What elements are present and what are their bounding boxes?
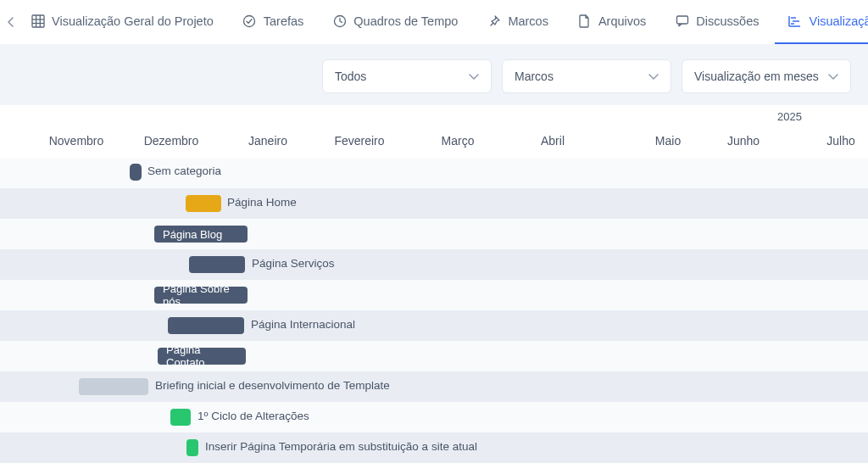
gantt-bar-label: Página Serviços xyxy=(252,257,335,270)
tabs-scroll-left[interactable] xyxy=(7,11,15,33)
chevron-down-icon xyxy=(648,70,659,83)
month-label: Janeiro xyxy=(248,134,287,148)
month-label: Março xyxy=(442,134,475,148)
gantt-row[interactable]: Página Serviços xyxy=(0,249,868,280)
filter-select-milestones[interactable]: Marcos xyxy=(502,59,671,93)
check-circle-icon xyxy=(242,14,257,29)
gantt-bar[interactable] xyxy=(168,317,244,334)
chevron-down-icon xyxy=(469,70,479,83)
tab-label: Tarefas xyxy=(264,14,304,28)
tab-timeframes[interactable]: Quadros de Tempo xyxy=(319,0,471,44)
tab-files[interactable]: Arquivos xyxy=(564,0,659,44)
select-value: Marcos xyxy=(515,70,554,83)
clock-icon xyxy=(332,14,347,29)
month-label: Maio xyxy=(655,134,681,148)
gantt-bar[interactable] xyxy=(186,195,221,212)
chevron-down-icon xyxy=(828,70,838,83)
svg-rect-0 xyxy=(32,15,44,27)
gantt-bar-inner-label: Página Blog xyxy=(163,228,222,241)
year-label: 2025 xyxy=(777,110,802,123)
tab-label: Quadros de Tempo xyxy=(353,14,458,28)
select-value: Visualização em meses xyxy=(694,70,819,83)
gantt-bar-label: Briefing inicial e desenvolvimento de Te… xyxy=(155,379,390,392)
month-label: Julho xyxy=(826,134,854,148)
gantt-timeline-header: 2025 Novembro Dezembro Janeiro Fevereiro… xyxy=(0,105,868,158)
filter-select-all[interactable]: Todos xyxy=(322,59,492,93)
gantt-chart: 2025 Novembro Dezembro Janeiro Fevereiro… xyxy=(0,105,868,463)
gantt-bar-label: Sem categoria xyxy=(147,165,221,177)
select-value: Todos xyxy=(335,70,366,83)
filter-bar: Todos Marcos Visualização em meses xyxy=(0,44,868,93)
gantt-row[interactable]: Sem categoria xyxy=(0,158,868,188)
gantt-bar[interactable] xyxy=(170,409,191,426)
gantt-row[interactable]: Página Blog xyxy=(0,219,868,249)
tab-label: Visualização Gantt xyxy=(810,14,869,28)
gantt-row[interactable]: Inserir Página Temporária em substituiçã… xyxy=(0,432,868,463)
gantt-row[interactable]: 1º Ciclo de Alterações xyxy=(0,402,868,432)
tab-tasks[interactable]: Tarefas xyxy=(229,0,318,44)
tab-gantt[interactable]: Visualização Gantt xyxy=(775,0,869,44)
gantt-row[interactable]: Página Home xyxy=(0,188,868,219)
gantt-bar[interactable] xyxy=(130,164,142,181)
tab-label: Visualização Geral do Projeto xyxy=(52,14,214,28)
month-label: Novembro xyxy=(49,134,104,148)
gantt-bar[interactable] xyxy=(79,378,148,395)
month-label: Abril xyxy=(541,134,565,148)
month-label: Junho xyxy=(727,134,760,148)
file-icon xyxy=(577,14,592,29)
chat-icon xyxy=(675,14,689,29)
gantt-row[interactable]: Página Internacional xyxy=(0,310,868,341)
tab-milestones[interactable]: Marcos xyxy=(473,0,562,44)
gantt-row[interactable]: Página Contato xyxy=(0,341,868,371)
svg-point-5 xyxy=(244,16,255,27)
month-label: Fevereiro xyxy=(334,134,384,148)
gantt-icon xyxy=(788,14,803,29)
gantt-bar-inner-label: Página Contato xyxy=(166,343,237,369)
gantt-rows: Sem categoria Página Home Página Blog Pá… xyxy=(0,158,868,463)
gantt-bar-label: Página Internacional xyxy=(251,318,355,331)
gantt-bar-label: 1º Ciclo de Alterações xyxy=(198,410,309,422)
gantt-row[interactable]: Página Sobre nós xyxy=(0,280,868,310)
gantt-bar-label: Inserir Página Temporária em substituiçã… xyxy=(205,440,477,453)
gantt-bar[interactable] xyxy=(189,256,245,273)
gantt-bar-label: Página Home xyxy=(227,196,297,209)
gantt-bar[interactable] xyxy=(186,439,198,456)
tab-overview[interactable]: Visualização Geral do Projeto xyxy=(17,0,227,44)
svg-rect-7 xyxy=(676,16,687,24)
tab-label: Discussões xyxy=(696,14,759,28)
tab-label: Arquivos xyxy=(598,14,646,28)
gantt-bar[interactable]: Página Blog xyxy=(154,226,248,243)
pin-icon xyxy=(487,14,501,29)
gantt-bar[interactable]: Página Sobre nós xyxy=(154,287,248,304)
month-label: Dezembro xyxy=(144,134,199,148)
gantt-bar-inner-label: Página Sobre nós xyxy=(163,282,239,308)
gantt-bar[interactable]: Página Contato xyxy=(158,348,246,365)
tab-label: Marcos xyxy=(508,14,548,28)
tab-bar: Visualização Geral do Projeto Tarefas Qu… xyxy=(0,0,868,44)
gantt-row[interactable]: Briefing inicial e desenvolvimento de Te… xyxy=(0,371,868,402)
filter-select-view[interactable]: Visualização em meses xyxy=(682,59,851,93)
tab-discussions[interactable]: Discussões xyxy=(661,0,772,44)
grid-icon xyxy=(31,14,45,29)
